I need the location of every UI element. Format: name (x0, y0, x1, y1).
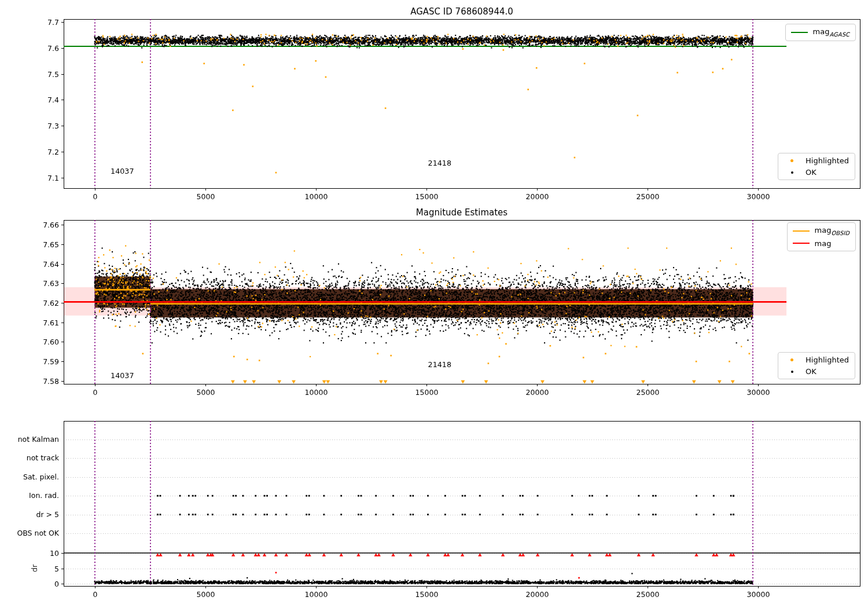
legend-label-ok: OK (806, 168, 816, 177)
plots-canvas (0, 0, 868, 608)
legend-mag-lines: magOBSID mag (787, 222, 856, 251)
legend-item-ok: OK (784, 367, 849, 376)
legend-label-mag-obsid: magOBSID (815, 226, 849, 236)
legend-middle-markers: Highlighted OK (778, 352, 855, 379)
legend-label-mag: mag (815, 239, 832, 248)
legend-item-highlighted: Highlighted (784, 356, 849, 364)
legend-label-highlighted: Highlighted (806, 156, 849, 165)
legend-item-mag: mag (793, 239, 849, 248)
legend-label-highlighted: Highlighted (806, 356, 849, 364)
legend-mag-agasc: magAGASC (785, 24, 856, 41)
red-line-swatch (793, 243, 810, 244)
green-line-swatch (791, 32, 808, 34)
legend-item-mag-obsid: magOBSID (793, 226, 849, 236)
top-plot-title: AGASC ID 768608944.0 (64, 6, 860, 17)
legend-item-highlighted: Highlighted (784, 156, 849, 165)
legend-item-mag-agasc: magAGASC (791, 27, 849, 38)
highlighted-dot-swatch (784, 159, 800, 162)
legend-item-ok: OK (784, 168, 849, 177)
orange-line-swatch (793, 230, 810, 232)
legend-label-ok: OK (806, 367, 816, 376)
legend-label-mag-agasc: magAGASC (813, 27, 849, 38)
highlighted-dot-swatch (784, 358, 800, 361)
ok-dot-swatch (784, 171, 800, 174)
middle-plot-title: Magnitude Estimates (64, 207, 860, 218)
ok-dot-swatch (784, 371, 800, 373)
legend-top-markers: Highlighted OK (778, 153, 855, 180)
figure: AGASC ID 768608944.0 Magnitude Estimates… (0, 0, 868, 608)
